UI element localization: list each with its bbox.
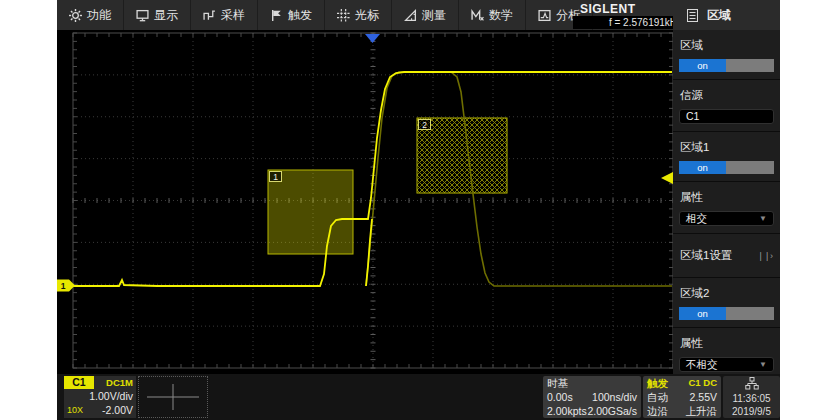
dialog-list-icon — [687, 9, 698, 22]
toggle-on-segment: on — [679, 59, 726, 72]
toggle-off-segment — [726, 59, 774, 72]
panel-header: 区域 — [673, 0, 780, 30]
trigger-level-marker[interactable] — [661, 172, 673, 184]
datetime-box: 11:36:05 2019/9/5 — [723, 376, 780, 418]
gear-icon — [69, 9, 82, 22]
siglent-logo: SIGLENT — [580, 2, 636, 16]
channel1-scale: 1.00V/div — [64, 389, 136, 403]
source-value: C1 — [686, 110, 699, 123]
trigger-flag-icon — [270, 9, 283, 22]
channel1-probe: 10X — [64, 403, 83, 417]
clock-date: 2019/9/5 — [723, 405, 780, 418]
panel-title: 区域 — [707, 7, 731, 24]
toggle-on-segment: on — [679, 161, 726, 174]
acquire-icon — [203, 9, 216, 22]
menu-label: 光标 — [355, 7, 379, 24]
zone2-label: 区域2 — [680, 286, 774, 301]
trigger-mode: 自动 — [647, 390, 668, 404]
menu-item-math[interactable]: 数学 — [459, 0, 526, 30]
zone2-toggle[interactable]: on — [679, 307, 774, 320]
zone2-enable-group: 区域2 on — [673, 278, 780, 328]
zone1-label: 区域1 — [680, 140, 774, 155]
zone2-box[interactable]: 2 — [417, 118, 507, 193]
lan-icon — [745, 377, 759, 390]
menu-label: 触发 — [288, 7, 312, 24]
timebase-samplerate: 2.00GSa/s — [587, 404, 637, 418]
menu-item-trigger[interactable]: 触发 — [258, 0, 325, 30]
zone1-enable-group: 区域1 on — [673, 132, 780, 182]
zone-label: 2 — [422, 120, 427, 130]
trace-dim-failed — [366, 72, 672, 286]
attribute1-dropdown[interactable]: 相交 ▼ — [679, 211, 774, 226]
trigger-level: 2.55V — [690, 390, 717, 404]
attribute2-value: 不相交 — [686, 358, 718, 371]
math-icon — [471, 9, 484, 22]
cursor-icon — [337, 9, 350, 22]
zone-enable-group: 区域 on — [673, 30, 780, 80]
source-select[interactable]: C1 — [679, 109, 774, 124]
chevron-down-icon: ▼ — [759, 212, 767, 225]
trigger-type: 边沿 — [647, 404, 668, 418]
trace-bright-main — [58, 72, 672, 286]
timebase-delay: 0.00s — [547, 390, 573, 404]
source-group: 信源 C1 — [673, 80, 780, 132]
attribute2-label: 属性 — [680, 336, 774, 351]
toggle-off-segment — [726, 161, 774, 174]
menu-label: 数学 — [489, 7, 513, 24]
graticule — [73, 33, 673, 368]
zone-enable-toggle[interactable]: on — [679, 59, 774, 72]
timebase-scale: 100ns/div — [592, 390, 637, 404]
trigger-source: C1 DC — [688, 376, 717, 390]
zone-boxes: 12 — [268, 118, 507, 254]
oscilloscope-ui: 功能 显示 采样 触发 光标 测量 — [57, 0, 780, 420]
timebase-descriptor[interactable]: 时基 0.00s100ns/div 2.00kpts2.00GSa/s — [543, 376, 641, 418]
zone-label: 1 — [273, 172, 278, 182]
menu-item-acquire[interactable]: 采样 — [191, 0, 258, 30]
menu-item-measure[interactable]: 测量 — [392, 0, 459, 30]
channel1-badge: C1 — [64, 376, 94, 389]
measure-icon — [404, 9, 417, 22]
screenshot-stage: 功能 显示 采样 触发 光标 测量 — [0, 0, 840, 420]
attribute2-dropdown[interactable]: 不相交 ▼ — [679, 357, 774, 372]
attribute1-label: 属性 — [680, 190, 774, 205]
top-menu-bar: 功能 显示 采样 触发 光标 测量 — [57, 0, 780, 30]
channel1-zero-marker[interactable]: 1 — [57, 280, 75, 292]
toggle-on-segment: on — [679, 307, 726, 320]
channel1-offset: -2.00V — [102, 403, 136, 417]
trigger-descriptor[interactable]: 触发C1 DC 自动2.55V 边沿上升沿 — [643, 376, 721, 418]
source-label: 信源 — [680, 88, 774, 103]
menu-item-cursors[interactable]: 光标 — [325, 0, 392, 30]
submenu-arrow-icon: ❘❘› — [757, 251, 772, 261]
toggle-off-segment — [726, 307, 774, 320]
menu-label: 采样 — [221, 7, 245, 24]
analysis-icon — [538, 9, 551, 22]
traces — [58, 72, 672, 286]
attribute1-value: 相交 — [686, 212, 707, 225]
menu-label: 显示 — [154, 7, 178, 24]
display-icon — [136, 9, 149, 22]
menu-item-utility[interactable]: 功能 — [57, 0, 124, 30]
menu-label: 测量 — [422, 7, 446, 24]
zone-dialog-panel: 区域 区域 on 信源 C1 区域1 on — [673, 0, 780, 374]
waveform-area: 12 1 — [57, 30, 673, 374]
trigger-position-marker[interactable] — [365, 34, 380, 43]
zone1-settings-label: 区域1设置 — [680, 248, 732, 263]
menu-item-display[interactable]: 显示 — [124, 0, 191, 30]
zone1-toggle[interactable]: on — [679, 161, 774, 174]
bottom-status-bar: C1 DC1M 1.00V/div 10X -2.00V 时基 0.00s100… — [57, 374, 780, 420]
trigger-slope: 上升沿 — [686, 404, 718, 418]
channel1-descriptor[interactable]: C1 DC1M 1.00V/div 10X -2.00V — [64, 376, 136, 418]
zone1-settings-row[interactable]: 区域1设置 ❘❘› — [673, 234, 780, 278]
menu-label: 功能 — [87, 7, 111, 24]
timebase-label: 时基 — [547, 376, 568, 390]
trigger-label: 触发 — [647, 376, 668, 390]
zone-enable-label: 区域 — [680, 38, 774, 53]
timebase-points: 2.00kpts — [547, 404, 587, 418]
clock-time: 11:36:05 — [723, 392, 780, 405]
svg-text:1: 1 — [61, 281, 66, 291]
add-channel-placeholder[interactable] — [138, 376, 208, 418]
zone2-attribute-group: 属性 不相交 ▼ — [673, 328, 780, 380]
channel1-coupling: DC1M — [94, 376, 136, 389]
zone1-attribute-group: 属性 相交 ▼ — [673, 182, 780, 234]
zone1-box[interactable]: 1 — [268, 170, 353, 254]
